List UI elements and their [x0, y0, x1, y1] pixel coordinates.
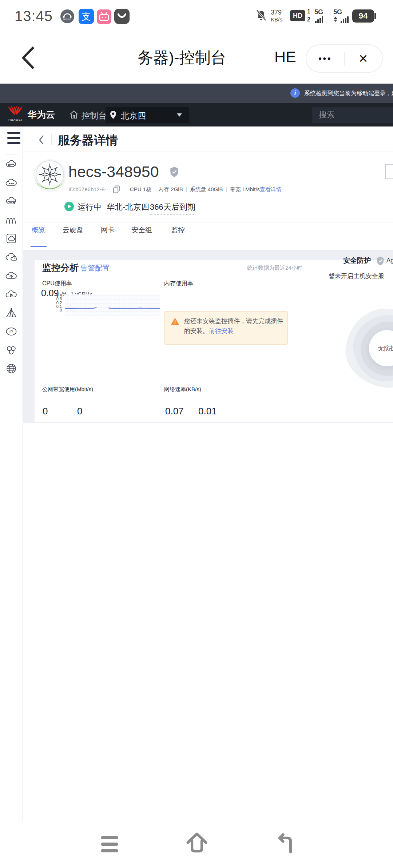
music-caption: MUSIC — [63, 18, 71, 20]
huawei-logo: HUAWEI — [6, 104, 25, 121]
close-button[interactable]: × — [345, 51, 382, 66]
server-status: 运行中 — [78, 202, 102, 213]
spec-bandwidth: 带宽 1Mbit/s — [230, 186, 260, 193]
sim2-signal-icon — [341, 16, 349, 23]
header-divider — [60, 109, 60, 121]
sidebar-divider — [6, 154, 17, 154]
sim1-number: 1 — [307, 9, 310, 15]
screen: 13:45 MUSIC 支 379 KB/s HD 1 2 5G — [0, 0, 393, 868]
region-selector[interactable]: 北京四 — [106, 107, 189, 123]
cpu-chart-yticks: 0.40.3 0.20.1 0 — [51, 293, 62, 312]
spec-disk: 系统盘 40GiB — [190, 186, 223, 193]
network-speed: 379 KB/s — [271, 9, 282, 23]
nav-menu-button[interactable] — [101, 836, 118, 852]
cloud-more-icon[interactable] — [5, 177, 17, 188]
expiry-text[interactable]: 366天后到期 — [150, 202, 195, 215]
cloud-server-icon[interactable] — [5, 159, 17, 170]
image-service-icon[interactable] — [5, 233, 17, 244]
speed-unit: KB/s — [271, 16, 282, 23]
server-specs: CPU 1核 内存 2GiB 系统盘 40GiB 带宽 1Mbit/s — [130, 186, 260, 193]
alarm-config-link[interactable]: 告警配置 — [80, 263, 110, 273]
console-header: HUAWEI 华为云 控制台 北京四 搜索 — [0, 103, 393, 126]
brand-name[interactable]: 华为云 — [28, 109, 55, 121]
region-value: 北京四 — [121, 110, 146, 121]
home-icon[interactable] — [69, 110, 79, 119]
tab-overview[interactable]: 概览 — [32, 225, 45, 235]
info-icon: i — [290, 88, 300, 98]
svg-text:IP: IP — [9, 330, 13, 334]
alipay-app-icon: 支 — [79, 9, 94, 24]
os-avatar — [33, 158, 67, 194]
server-id: ID:b57e6b12-8··· — [68, 186, 110, 192]
bilibili-tv-icon — [99, 12, 109, 21]
copy-icon[interactable] — [113, 185, 120, 193]
stats-range-note: 统计数据为最近24小时 — [247, 265, 302, 272]
huawei-caption: HUAWEI — [6, 118, 25, 121]
browser-back-icon[interactable] — [20, 46, 37, 70]
browser-page-title: 务器)-控制台 — [138, 47, 226, 68]
sidebar-menu-button[interactable] — [7, 132, 20, 144]
page-back-icon[interactable] — [38, 134, 45, 145]
install-plugin-link[interactable]: 前往安装 — [209, 327, 234, 334]
cpu-usage-label: CPU使用率 — [42, 280, 72, 288]
notice-text: 系统检测到您当前为移动端登录，建议您使用PC端登录，以获得更优体验 — [304, 90, 393, 97]
cloud-backup-icon[interactable] — [5, 252, 17, 263]
security-shield-icon — [376, 256, 384, 266]
headphone-icon — [63, 12, 72, 18]
chevron-down-icon — [177, 113, 182, 117]
vpc-globe-icon[interactable] — [5, 363, 17, 374]
server-name: hecs-348950 — [68, 163, 159, 181]
tab-nics[interactable]: 网卡 — [101, 225, 115, 235]
cloud-media-icon[interactable] — [5, 289, 17, 300]
nav-back-button[interactable] — [274, 833, 295, 853]
browser-capsule: ••• × — [306, 44, 383, 73]
agent-label: Ag — [386, 257, 393, 264]
nav-home-button[interactable] — [186, 832, 208, 854]
sim1-net-type: 5G — [314, 9, 323, 15]
cluster-icon[interactable] — [5, 345, 17, 355]
server-region: 华北-北京四 — [107, 202, 149, 213]
page-title: 服务器详情 — [58, 132, 118, 149]
bilibili-app-icon — [97, 9, 111, 24]
sidebar-border — [23, 126, 23, 822]
search-placeholder: 搜索 — [319, 109, 335, 120]
auto-scaling-icon[interactable] — [5, 214, 17, 225]
speed-value: 379 — [271, 9, 282, 16]
eip-icon[interactable]: IP — [5, 326, 17, 337]
warning-text: 您还未安装监控插件，请先完成插件的安装。前往安装 — [184, 316, 283, 336]
smile-app-icon — [114, 9, 130, 24]
running-status-icon — [64, 202, 74, 211]
dedicated-host-icon[interactable] — [5, 308, 17, 318]
battery-indicator: 94 — [352, 9, 374, 23]
monitor-plugin-warning: 您还未安装监控插件，请先完成插件的安装。前往安装 — [164, 311, 288, 345]
security-title: 安全防护 — [343, 256, 371, 265]
tab-disks[interactable]: 云硬盘 — [63, 225, 83, 235]
breadcrumb-divider — [51, 134, 52, 145]
network-rate-value-2: 0.01 — [198, 406, 217, 417]
tab-security-groups[interactable]: 安全组 — [131, 225, 152, 235]
bandwidth-value-2: 0 — [77, 406, 82, 417]
more-menu-button[interactable]: ••• — [306, 53, 344, 64]
memory-usage-label: 内存使用率 — [164, 280, 193, 288]
section-border — [23, 222, 393, 222]
tab-monitoring[interactable]: 监控 — [171, 225, 185, 235]
shield-check-icon — [170, 166, 179, 177]
warning-icon — [170, 317, 180, 326]
mobile-login-notice-bar: i 系统检测到您当前为移动端登录，建议您使用PC端登录，以获得更优体验 — [0, 84, 393, 103]
network-rate-label: 网络速率(KB/s) — [164, 386, 201, 393]
console-link[interactable]: 控制台 — [82, 110, 107, 121]
music-app-icon: MUSIC — [60, 9, 74, 23]
status-time: 13:45 — [15, 8, 53, 24]
cloud-upload-icon[interactable] — [5, 270, 17, 281]
clipped-action-button[interactable] — [385, 164, 393, 179]
view-details-link[interactable]: 查看详情 — [260, 186, 282, 193]
battery-nub — [374, 13, 376, 19]
sim2-net-type: 5G — [333, 9, 342, 15]
notifications-muted-icon — [255, 9, 267, 22]
data-activity-icon — [334, 17, 337, 22]
alipay-glyph: 支 — [82, 10, 91, 23]
search-input[interactable]: 搜索 — [312, 107, 393, 123]
bandwidth-label: 公网带宽使用(Mbit/s) — [42, 386, 93, 393]
cloud-host-icon[interactable] — [5, 196, 17, 207]
spec-memory: 内存 2GiB — [158, 186, 183, 193]
